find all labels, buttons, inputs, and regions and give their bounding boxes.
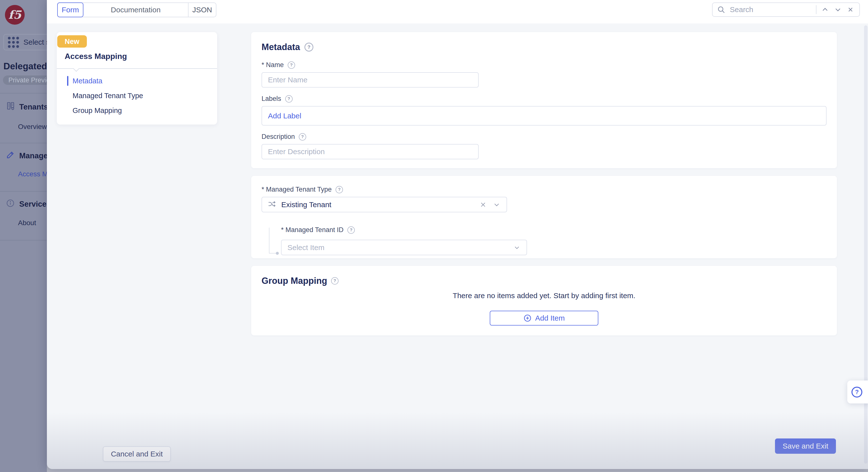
panel-divider — [57, 68, 217, 69]
group-mapping-title: Group Mapping — [261, 276, 327, 286]
panel-collapse-notch[interactable] — [73, 65, 79, 71]
panel-nav-label: Managed Tenant Type — [72, 92, 143, 100]
managed-tenant-type-card: * Managed Tenant Type ? Existing Tenant — [251, 176, 837, 258]
active-indicator-bar — [67, 76, 68, 86]
sidebar-item-tenants[interactable]: Tenants — [0, 102, 47, 113]
pencil-icon — [6, 151, 15, 161]
help-icon[interactable]: ? — [347, 226, 355, 234]
nesting-connector-line — [269, 253, 276, 253]
sidebar-item-label: Overview — [18, 123, 47, 131]
name-field — [261, 72, 479, 88]
panel-nav-metadata[interactable]: Metadata — [57, 73, 217, 88]
sidebar-divider — [0, 143, 47, 143]
managed-tenant-type-select[interactable]: Existing Tenant — [261, 197, 507, 212]
chevron-down-icon — [514, 244, 520, 251]
managed-tenant-id-placeholder: Select Item — [281, 243, 324, 252]
help-icon[interactable]: ? — [305, 43, 313, 52]
access-mapping-modal: Form Documentation JSON New Access Mappi… — [47, 0, 868, 469]
panel-title: Access Mapping — [65, 52, 127, 61]
sidebar-divider — [0, 240, 47, 241]
search-input[interactable] — [729, 5, 816, 14]
managed-tenant-id-label: * Managed Tenant ID — [281, 226, 343, 234]
search-icon — [717, 5, 725, 14]
description-label: Description — [261, 133, 295, 140]
view-tabs: Form Documentation JSON — [57, 2, 216, 17]
sidebar-item-label: Service — [19, 200, 46, 209]
new-badge: New — [57, 35, 87, 48]
managed-tenant-type-value: Existing Tenant — [281, 200, 480, 209]
info-icon — [6, 199, 15, 210]
panel-nav-label: Group Mapping — [72, 106, 122, 115]
select-service-button[interactable]: Select se — [3, 34, 47, 50]
name-input[interactable] — [262, 76, 478, 84]
search-box — [712, 2, 860, 17]
sidebar-item-label: Manage — [19, 151, 47, 160]
name-label: * Name — [261, 61, 284, 69]
chevron-up-icon[interactable] — [822, 6, 829, 13]
labels-label: Labels — [261, 95, 281, 103]
tab-json[interactable]: JSON — [188, 3, 216, 17]
f5-logo: f5 — [5, 5, 25, 25]
description-field — [261, 144, 479, 159]
chevron-down-icon[interactable] — [493, 201, 500, 208]
sidebar-divider — [0, 191, 47, 192]
add-item-button[interactable]: Add Item — [490, 311, 598, 325]
add-item-label: Add Item — [535, 314, 565, 322]
form-cards: Metadata ? * Name ? Labels ? Add Label — [251, 32, 837, 335]
clear-icon[interactable] — [480, 201, 486, 208]
tab-documentation[interactable]: Documentation — [83, 3, 188, 17]
search-divider — [816, 5, 816, 14]
panel-section-nav: Metadata Managed Tenant Type Group Mappi… — [57, 73, 217, 118]
sidebar-item-label: Tenants — [19, 103, 47, 112]
sidebar-item-label: Access M — [18, 170, 47, 178]
add-label-link[interactable]: Add Label — [268, 112, 301, 120]
sidebar-item-about[interactable]: About — [0, 219, 47, 227]
modal-content: New Access Mapping Metadata Managed Tena… — [47, 24, 868, 469]
metadata-title: Metadata — [261, 42, 300, 52]
labels-box: Add Label — [261, 106, 827, 126]
sidebar-item-manage[interactable]: Manage — [0, 151, 47, 161]
help-icon[interactable]: ? — [331, 277, 339, 285]
sidebar-item-service[interactable]: Service — [0, 199, 47, 210]
panel-nav-label: Metadata — [72, 77, 102, 85]
plus-circle-icon — [523, 314, 532, 322]
panel-nav-group-mapping[interactable]: Group Mapping — [57, 103, 217, 118]
help-icon[interactable]: ? — [288, 61, 295, 69]
tenants-icon — [6, 101, 15, 113]
topbar: Form Documentation JSON — [47, 0, 868, 24]
sidebar-divider — [0, 93, 47, 93]
nesting-connector-line — [269, 228, 270, 253]
sidebar-item-label: About — [18, 219, 36, 227]
description-input[interactable] — [262, 148, 478, 156]
chevron-down-icon[interactable] — [834, 6, 842, 13]
managed-tenant-id-select[interactable]: Select Item — [281, 240, 527, 255]
app-sidebar-dimmed: f5 Select se Delegated Private Preview T… — [0, 0, 47, 472]
question-circle-icon: ? — [851, 387, 862, 398]
sidebar-app-title: Delegated — [3, 61, 47, 71]
help-floating-button[interactable]: ? — [847, 380, 868, 404]
close-icon[interactable] — [847, 6, 854, 13]
select-service-label: Select se — [24, 38, 47, 46]
metadata-card: Metadata ? * Name ? Labels ? Add Label — [251, 32, 837, 168]
object-nav-panel: New Access Mapping Metadata Managed Tena… — [57, 32, 217, 125]
help-icon[interactable]: ? — [285, 95, 292, 103]
private-preview-badge: Private Preview — [3, 75, 47, 85]
sidebar-item-overview[interactable]: Overview — [0, 122, 47, 131]
group-mapping-card: Group Mapping ? There are no items added… — [251, 266, 837, 335]
sidebar-item-access-mapping[interactable]: Access M — [0, 170, 47, 179]
tab-form[interactable]: Form — [57, 2, 83, 17]
save-and-exit-button[interactable]: Save and Exit — [775, 438, 836, 454]
help-icon[interactable]: ? — [336, 186, 343, 193]
cancel-and-exit-button[interactable]: Cancel and Exit — [103, 446, 171, 462]
managed-tenant-type-label: * Managed Tenant Type — [261, 186, 332, 193]
panel-nav-managed-tenant-type[interactable]: Managed Tenant Type — [57, 88, 217, 103]
empty-state-text: There are no items added yet. Start by a… — [261, 291, 827, 300]
app-grid-icon — [8, 37, 19, 48]
nesting-connector-dot — [276, 252, 279, 255]
shuffle-icon — [268, 200, 276, 210]
help-icon[interactable]: ? — [299, 133, 306, 140]
